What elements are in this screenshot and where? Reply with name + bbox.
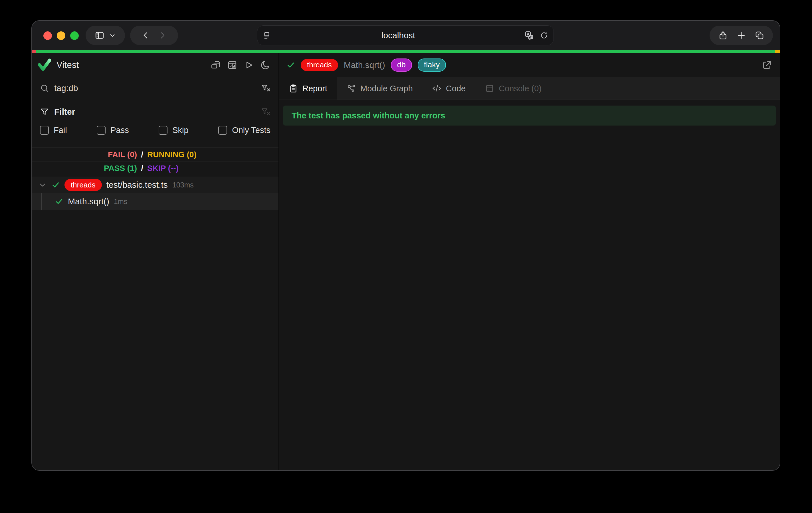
- filter-section: Filter Fail Pass: [32, 99, 279, 141]
- zoom-window-button[interactable]: [70, 31, 79, 40]
- search-bar: [32, 77, 279, 99]
- test-file-duration: 103ms: [172, 181, 194, 189]
- screen: localhost Vi: [0, 0, 812, 513]
- indent-guide: [41, 193, 42, 210]
- summary-row-1: FAIL (0) / RUNNING (0): [32, 148, 279, 161]
- checkbox-icon[interactable]: [218, 126, 227, 135]
- pass-banner: The test has passed without any errors: [283, 106, 776, 125]
- new-tab-icon[interactable]: [736, 31, 746, 40]
- console-icon: [485, 84, 494, 93]
- vitest-logo-icon: [36, 57, 52, 73]
- checkbox-label: Skip: [172, 125, 188, 135]
- filter-icon: [40, 107, 49, 116]
- filter-checkbox-fail[interactable]: Fail: [40, 125, 67, 135]
- tab-report[interactable]: Report: [279, 77, 337, 99]
- sidebar: Vitest Filter: [32, 53, 279, 470]
- share-icon[interactable]: [718, 31, 728, 40]
- summary-skip: SKIP (--): [147, 164, 276, 173]
- pass-check-icon: [286, 61, 295, 69]
- collapse-tests-icon[interactable]: [210, 60, 221, 70]
- pool-badge: threads: [301, 59, 338, 71]
- tab-module-graph[interactable]: Module Graph: [337, 77, 423, 99]
- pool-badge: threads: [64, 179, 102, 191]
- filter-checkbox-pass[interactable]: Pass: [97, 125, 129, 135]
- back-button[interactable]: [141, 31, 150, 40]
- chevron-down-icon[interactable]: [109, 32, 116, 39]
- tab-label: Report: [302, 84, 327, 93]
- toolbar-right-buttons: [709, 26, 773, 45]
- summary-separator: /: [137, 164, 147, 173]
- search-icon: [40, 84, 49, 93]
- checkbox-icon[interactable]: [97, 126, 106, 135]
- dashboard-icon[interactable]: [227, 60, 237, 70]
- tab-label: Code: [446, 84, 466, 93]
- checkbox-icon[interactable]: [40, 126, 49, 135]
- translate-icon[interactable]: [524, 31, 534, 40]
- header-actions: [210, 60, 270, 70]
- open-in-editor-icon[interactable]: [761, 60, 772, 70]
- tag-badge-db[interactable]: db: [391, 58, 412, 72]
- tab-code[interactable]: Code: [423, 77, 475, 99]
- tab-label: Console (0): [499, 84, 542, 93]
- progress-pass-segment: [36, 50, 775, 53]
- url-text[interactable]: localhost: [280, 31, 517, 40]
- test-progress-bar: [32, 50, 780, 53]
- detail-header: threads Math.sqrt() db flaky: [279, 53, 780, 77]
- reader-view-icon: [262, 31, 271, 40]
- filter-checkbox-only-tests[interactable]: Only Tests: [218, 125, 270, 135]
- reload-icon[interactable]: [540, 31, 548, 40]
- forward-button[interactable]: [158, 31, 167, 40]
- browser-toolbar: localhost: [32, 21, 780, 50]
- chevron-down-icon[interactable]: [38, 180, 47, 189]
- summary-separator: /: [137, 150, 147, 159]
- test-file-name: test/basic.test.ts: [107, 180, 168, 190]
- tag-badge-flaky[interactable]: flaky: [418, 58, 446, 72]
- summary-row-2: PASS (1) / SKIP (--): [32, 161, 279, 175]
- address-bar-actions: [517, 31, 548, 40]
- checkbox-label: Pass: [110, 125, 129, 135]
- app-title: Vitest: [57, 60, 79, 70]
- filter-options: Fail Pass Skip Only Tests: [40, 122, 270, 138]
- tab-overview-icon[interactable]: [755, 31, 764, 40]
- close-window-button[interactable]: [44, 31, 52, 40]
- sidebar-toggle-group[interactable]: [86, 26, 125, 45]
- test-summary: FAIL (0) / RUNNING (0) PASS (1) / SKIP (…: [32, 147, 279, 175]
- nav-buttons: [130, 26, 178, 45]
- clear-search-filter-icon[interactable]: [261, 83, 270, 93]
- tab-console: Console (0): [475, 77, 551, 99]
- summary-running: RUNNING (0): [147, 150, 276, 159]
- search-input[interactable]: [54, 83, 256, 93]
- progress-pending-segment: [775, 50, 780, 53]
- report-body: The test has passed without any errors: [279, 100, 780, 470]
- reader-view-button[interactable]: [262, 31, 280, 40]
- test-case-row-selected[interactable]: Math.sqrt() 1ms: [32, 193, 279, 210]
- code-icon: [432, 84, 441, 93]
- rerun-all-icon[interactable]: [244, 60, 254, 70]
- checkbox-label: Fail: [54, 125, 67, 135]
- minimize-window-button[interactable]: [57, 31, 65, 40]
- summary-pass: PASS (1): [34, 164, 137, 173]
- checkbox-icon[interactable]: [158, 126, 168, 135]
- pass-check-icon: [51, 180, 60, 189]
- window-controls: [44, 21, 79, 50]
- summary-fail: FAIL (0): [34, 150, 137, 159]
- report-icon: [289, 84, 298, 93]
- module-graph-icon: [347, 84, 356, 93]
- vitest-ui: Vitest Filter: [32, 53, 780, 470]
- checkbox-label: Only Tests: [232, 125, 270, 135]
- pass-check-icon: [55, 197, 63, 206]
- theme-toggle-moon-icon[interactable]: [260, 60, 270, 70]
- test-tree: threads test/basic.test.ts 103ms Math.sq…: [32, 177, 279, 210]
- tab-label: Module Graph: [360, 84, 413, 93]
- address-bar[interactable]: localhost: [257, 25, 554, 46]
- test-case-name: Math.sqrt(): [68, 197, 109, 206]
- detail-title: Math.sqrt(): [344, 60, 385, 70]
- nav-divider: [154, 31, 154, 40]
- filter-checkbox-skip[interactable]: Skip: [158, 125, 188, 135]
- browser-window: localhost Vi: [32, 21, 780, 470]
- app-header: Vitest: [32, 53, 279, 77]
- clear-filter-icon-disabled: [261, 107, 270, 117]
- filter-header: Filter: [40, 105, 270, 119]
- sidebar-toggle-icon[interactable]: [94, 30, 105, 40]
- test-file-row[interactable]: threads test/basic.test.ts 103ms: [32, 177, 279, 193]
